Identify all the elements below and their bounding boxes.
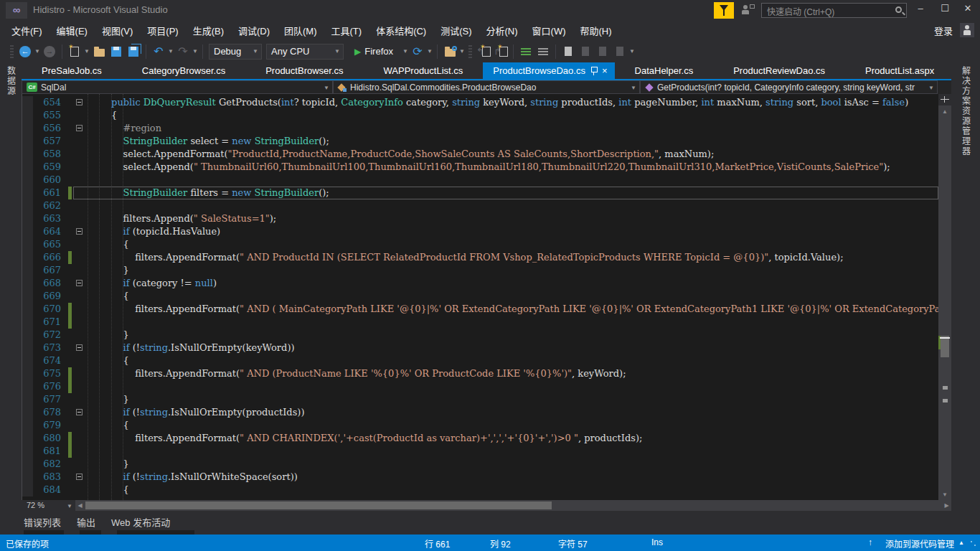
menu-item[interactable]: 分析(N) bbox=[479, 20, 525, 41]
resize-grip[interactable] bbox=[970, 540, 979, 549]
code-line[interactable]: 680 filters.AppendFormat(" AND CHARINDEX… bbox=[22, 432, 938, 445]
code-line[interactable]: 669 { bbox=[22, 290, 938, 303]
zoom-level-combo[interactable]: 72 %▼ bbox=[24, 500, 75, 511]
code-line[interactable]: 655 { bbox=[22, 109, 938, 122]
tab-close-icon[interactable]: × bbox=[602, 66, 608, 75]
next-bookmark-button[interactable] bbox=[594, 43, 611, 60]
data-sources-tab[interactable]: 数据源 bbox=[5, 66, 17, 96]
code-line[interactable]: 676 bbox=[22, 380, 938, 393]
bottom-panel-tab[interactable]: Web 发布活动 bbox=[111, 515, 170, 532]
bottom-panel-tab[interactable]: 输出 bbox=[77, 515, 95, 532]
fold-collapse-button[interactable] bbox=[76, 474, 83, 480]
code-line[interactable]: 658 select.AppendFormat("ProductId,Produ… bbox=[22, 148, 938, 161]
scroll-left-arrow[interactable]: ◀ bbox=[75, 500, 85, 511]
menu-item[interactable]: 团队(M) bbox=[277, 20, 324, 41]
vertical-scrollbar[interactable]: ▲ ▼ bbox=[938, 94, 951, 500]
code-line[interactable]: 681 bbox=[22, 445, 938, 458]
code-line[interactable]: 683 if (!string.IsNullOrWhiteSpace(sort)… bbox=[22, 471, 938, 484]
code-line[interactable]: 656 #region bbox=[22, 122, 938, 135]
fold-collapse-button[interactable] bbox=[76, 228, 83, 235]
tab[interactable]: ProductReviewDao.cs bbox=[713, 62, 845, 79]
navigate-to-definition-button[interactable]: ↰ bbox=[475, 43, 492, 60]
code-line[interactable]: 673 if (!string.IsNullOrEmpty(keyWord)) bbox=[22, 342, 938, 354]
refresh-dropdown[interactable]: ▼ bbox=[426, 48, 433, 55]
toggle-bookmark-button[interactable] bbox=[560, 43, 577, 60]
code-line[interactable]: 679 { bbox=[22, 419, 938, 432]
project-dropdown[interactable]: C# SqlDal ▼ bbox=[22, 80, 333, 94]
menu-item[interactable]: 视图(V) bbox=[95, 20, 140, 41]
find-options-dropdown[interactable]: ▼ bbox=[458, 48, 466, 55]
comment-lines-button[interactable] bbox=[517, 43, 534, 60]
menu-item[interactable]: 工具(T) bbox=[324, 20, 369, 41]
code-line[interactable]: 672 } bbox=[22, 329, 938, 342]
horizontal-scrollbar[interactable]: ◀ ▶ bbox=[75, 500, 951, 511]
code-line[interactable]: 671 bbox=[22, 316, 938, 329]
code-line[interactable]: 667 } bbox=[22, 264, 938, 277]
navigate-forward-button[interactable]: → bbox=[41, 43, 58, 60]
code-line[interactable]: 657 StringBuilder select = new StringBui… bbox=[22, 135, 938, 148]
code-line[interactable]: 660 bbox=[22, 174, 938, 187]
tab[interactable]: ProductBrowser.cs bbox=[245, 62, 363, 79]
solution-platform-combo[interactable]: Any CPU▼ bbox=[266, 44, 344, 60]
previous-bookmark-button[interactable] bbox=[577, 43, 594, 60]
code-editor[interactable]: 654 public DbQueryResult GetProducts(int… bbox=[22, 94, 938, 500]
pin-icon[interactable] bbox=[590, 66, 597, 75]
code-line[interactable]: 654 public DbQueryResult GetProducts(int… bbox=[22, 96, 938, 109]
code-line[interactable]: 661 StringBuilder filters = new StringBu… bbox=[22, 187, 938, 199]
code-line[interactable]: 666 filters.AppendFormat(" AND ProductId… bbox=[22, 251, 938, 264]
redo-button[interactable]: ↷ bbox=[174, 43, 192, 60]
code-line[interactable]: 682 } bbox=[22, 458, 938, 471]
browser-dropdown[interactable]: ▼ bbox=[402, 48, 409, 55]
fold-collapse-button[interactable] bbox=[76, 99, 83, 105]
code-line[interactable]: 668 if (category != null) bbox=[22, 277, 938, 290]
code-line[interactable]: 674 { bbox=[22, 354, 938, 367]
code-line[interactable]: 663 filters.Append(" SaleStatus=1"); bbox=[22, 212, 938, 225]
navigate-back-dropdown[interactable]: ▼ bbox=[34, 48, 41, 55]
minimize-button[interactable]: – bbox=[908, 0, 933, 19]
quick-launch-input[interactable]: 快速启动 (Ctrl+Q) bbox=[761, 3, 907, 18]
bookmark-dropdown[interactable]: ▼ bbox=[628, 48, 636, 55]
tab[interactable]: CategoryBrowser.cs bbox=[122, 62, 245, 79]
redo-dropdown[interactable]: ▼ bbox=[192, 48, 199, 55]
fold-collapse-button[interactable] bbox=[76, 344, 83, 351]
code-line[interactable]: 675 filters.AppendFormat(" AND (ProductN… bbox=[22, 367, 938, 380]
navigate-to-reference-button[interactable]: ↱ bbox=[492, 43, 509, 60]
toolbar-grip-2[interactable] bbox=[468, 45, 472, 58]
code-line[interactable]: 670 filters.AppendFormat(" AND ( MainCat… bbox=[22, 303, 938, 316]
code-line[interactable]: 677 } bbox=[22, 393, 938, 406]
code-line[interactable]: 678 if (!string.IsNullOrEmpty(productIds… bbox=[22, 406, 938, 419]
split-editor-handle[interactable] bbox=[938, 94, 951, 106]
menu-item[interactable]: 生成(B) bbox=[186, 20, 231, 41]
undo-dropdown[interactable]: ▼ bbox=[167, 48, 174, 55]
find-in-files-button[interactable] bbox=[441, 43, 458, 60]
open-file-button[interactable] bbox=[90, 43, 108, 60]
new-item-dropdown[interactable]: ▼ bbox=[83, 48, 90, 55]
code-line[interactable]: 665 { bbox=[22, 238, 938, 251]
toolbar-grip[interactable] bbox=[10, 45, 14, 58]
code-line[interactable]: 684 { bbox=[22, 484, 938, 496]
tab[interactable]: PreSaleJob.cs bbox=[22, 62, 122, 79]
scroll-up-arrow[interactable]: ▲ bbox=[938, 107, 951, 117]
close-button[interactable]: ✕ bbox=[956, 0, 980, 19]
fold-collapse-button[interactable] bbox=[76, 280, 83, 286]
feedback-icon[interactable] bbox=[742, 4, 755, 16]
sign-in-link[interactable]: 登录 bbox=[934, 24, 953, 37]
horizontal-scroll-thumb[interactable] bbox=[85, 501, 552, 509]
tab[interactable]: DataHelper.cs bbox=[615, 62, 714, 79]
fold-collapse-button[interactable] bbox=[76, 125, 83, 131]
menu-item[interactable]: 帮助(H) bbox=[573, 20, 619, 41]
scroll-right-arrow[interactable]: ▶ bbox=[942, 500, 951, 511]
menu-item[interactable]: 编辑(E) bbox=[50, 20, 95, 41]
source-control-expander-icon[interactable]: ▲ bbox=[958, 540, 964, 546]
navigate-back-button[interactable]: ← bbox=[17, 43, 34, 60]
clear-bookmarks-button[interactable] bbox=[611, 43, 628, 60]
code-line[interactable]: 664 if (topicId.HasValue) bbox=[22, 225, 938, 238]
code-line[interactable]: 662 bbox=[22, 199, 938, 212]
menu-item[interactable]: 项目(P) bbox=[140, 20, 185, 41]
menu-item[interactable]: 文件(F) bbox=[4, 20, 50, 41]
new-project-button[interactable] bbox=[66, 43, 83, 60]
solution-configuration-combo[interactable]: Debug▼ bbox=[209, 44, 262, 60]
menu-item[interactable]: 测试(S) bbox=[433, 20, 479, 41]
type-dropdown[interactable]: Hidistro.SqlDal.Commodities.ProductBrows… bbox=[333, 80, 640, 94]
menu-item[interactable]: 调试(D) bbox=[231, 20, 277, 41]
